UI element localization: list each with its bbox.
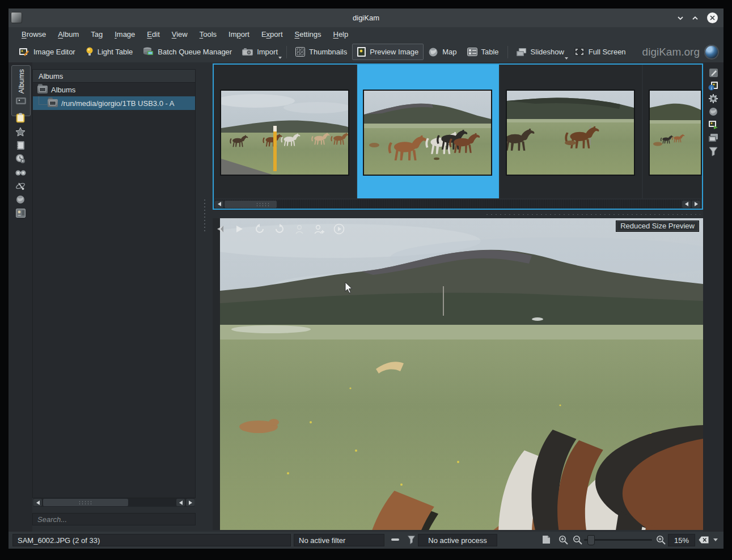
clear-backspace-icon[interactable] — [698, 534, 709, 545]
forward-icon[interactable] — [234, 223, 246, 235]
scroll-right-arrow[interactable] — [186, 499, 194, 506]
menu-tools[interactable]: Tools — [194, 29, 222, 40]
scroll-left-arrow[interactable] — [682, 201, 691, 208]
menu-export[interactable]: Export — [256, 29, 288, 40]
filter-funnel-icon[interactable] — [405, 534, 417, 545]
light-table-button[interactable]: Light Table — [81, 44, 138, 60]
tree-branch-line — [39, 96, 47, 105]
scroll-left-arrow[interactable] — [176, 499, 185, 506]
slideshow-button[interactable]: Slideshow — [511, 44, 569, 60]
tree-item-usb-album[interactable]: /run/media/giorgio/1TB USB3.0 - A — [33, 96, 195, 110]
sidebar-tab-timeline[interactable] — [15, 153, 26, 164]
horizontal-splitter[interactable] — [213, 210, 703, 218]
scroll-left-arrow[interactable] — [215, 201, 223, 208]
sidebar-tab-fuzzy-search[interactable] — [15, 180, 26, 192]
sidebar-tab-search[interactable] — [15, 167, 26, 178]
versions-gear-icon[interactable] — [708, 93, 719, 104]
menu-image[interactable]: Image — [109, 29, 140, 40]
folder-icon — [48, 99, 58, 107]
sidebar-tab-people[interactable] — [15, 207, 26, 219]
thumbnail-3[interactable] — [500, 65, 642, 198]
zoom-100-icon[interactable] — [557, 534, 569, 545]
toolbar-separator — [286, 46, 287, 58]
thumbnail-4-image[interactable] — [649, 90, 702, 176]
thumbbar-scrollbar[interactable] — [215, 200, 701, 209]
table-icon — [467, 48, 477, 56]
thumbnail-3-image[interactable] — [506, 90, 635, 176]
show-face-tags-icon[interactable] — [293, 223, 306, 235]
filters-stack-icon[interactable] — [708, 132, 719, 143]
sidebar-tab-tags[interactable] — [15, 112, 26, 124]
toolbar-separator — [507, 46, 508, 58]
menu-settings[interactable]: Settings — [290, 29, 327, 40]
album-search-input[interactable] — [33, 514, 195, 525]
thumbnail-1[interactable] — [214, 65, 356, 198]
album-search-box[interactable] — [32, 513, 196, 525]
menu-tag[interactable]: Tag — [86, 29, 108, 40]
left-sidebar: Albums — [9, 62, 32, 532]
image-editor-button[interactable]: Image Editor — [14, 44, 81, 60]
rotate-right-icon[interactable] — [273, 223, 286, 235]
preview-toolbar — [214, 223, 345, 235]
vertical-splitter[interactable] — [197, 62, 213, 532]
light-table-icon — [86, 47, 94, 57]
add-face-tag-icon[interactable] — [313, 223, 325, 235]
menu-view[interactable]: View — [167, 29, 193, 40]
albums-tab-label: Albums — [17, 69, 26, 94]
properties-icon[interactable] — [708, 67, 719, 78]
tree-item-albums-root[interactable]: Albums — [33, 83, 195, 96]
zoom-in-icon[interactable] — [655, 534, 666, 545]
thumbnail-2-selected[interactable] — [357, 65, 499, 198]
captions-icon[interactable]: i — [708, 80, 719, 91]
close-button[interactable] — [707, 12, 718, 23]
main-view: Reduced Size Preview — [213, 62, 703, 532]
zoom-slider-handle[interactable] — [587, 535, 595, 545]
scroll-right-arrow[interactable] — [692, 201, 700, 208]
zoom-out-icon[interactable] — [572, 534, 583, 545]
preview-image-button[interactable]: Preview Image — [352, 44, 424, 60]
maximize-button[interactable] — [689, 12, 701, 24]
menu-import[interactable]: Import — [223, 29, 255, 40]
clear-filter-minus-icon[interactable] — [390, 534, 401, 545]
preview-image — [220, 218, 703, 530]
minimize-button[interactable] — [675, 12, 686, 24]
thumbnail-1-image[interactable] — [220, 90, 349, 176]
map-geolocation-icon[interactable] — [708, 106, 719, 117]
slideshow-play-icon[interactable] — [333, 223, 345, 235]
digikam-logo — [704, 45, 719, 60]
scroll-left-arrow[interactable] — [33, 499, 42, 506]
rotate-left-icon[interactable] — [253, 223, 266, 235]
table-button[interactable]: Table — [462, 44, 504, 60]
scroll-handle[interactable] — [225, 201, 277, 208]
sidebar-tab-map[interactable] — [15, 194, 26, 205]
full-screen-button[interactable]: Full Screen — [569, 44, 631, 60]
menu-help[interactable]: Help — [328, 29, 353, 40]
content-area: Albums Albums Albums — [9, 62, 723, 532]
menu-browse[interactable]: Browse — [16, 29, 51, 40]
import-camera-icon — [242, 48, 253, 56]
back-icon[interactable] — [214, 223, 226, 235]
sidebar-tab-dates[interactable] — [15, 139, 26, 151]
zoom-slider[interactable] — [584, 539, 652, 541]
thumbnail-4[interactable] — [643, 65, 702, 198]
thumbnail-2-image[interactable] — [363, 90, 492, 176]
batch-queue-button[interactable]: Batch Queue Manager — [138, 44, 237, 60]
brand-text: digiKam.org — [642, 46, 700, 58]
dropdown-caret-icon[interactable] — [713, 538, 718, 541]
colors-icon[interactable] — [708, 119, 719, 130]
menu-album[interactable]: Album — [53, 29, 84, 40]
title-bar: digiKam — [9, 9, 723, 27]
thumbnails-button[interactable]: Thumbnails — [290, 44, 352, 60]
map-button[interactable]: Map — [424, 44, 462, 60]
map-globe-icon — [429, 48, 438, 57]
menu-edit[interactable]: Edit — [142, 29, 164, 40]
import-button[interactable]: Import — [237, 44, 283, 60]
albums-horizontal-scrollbar[interactable] — [33, 498, 194, 507]
zoom-value: 15% — [668, 534, 695, 546]
status-file-info: SAM_6002.JPG (2 of 33) — [12, 534, 291, 546]
fit-window-icon[interactable] — [540, 534, 552, 545]
scroll-handle[interactable] — [43, 499, 128, 506]
sidebar-tab-albums[interactable]: Albums — [11, 65, 31, 116]
filter-funnel-icon[interactable] — [708, 146, 719, 157]
sidebar-tab-labels[interactable] — [15, 126, 26, 137]
